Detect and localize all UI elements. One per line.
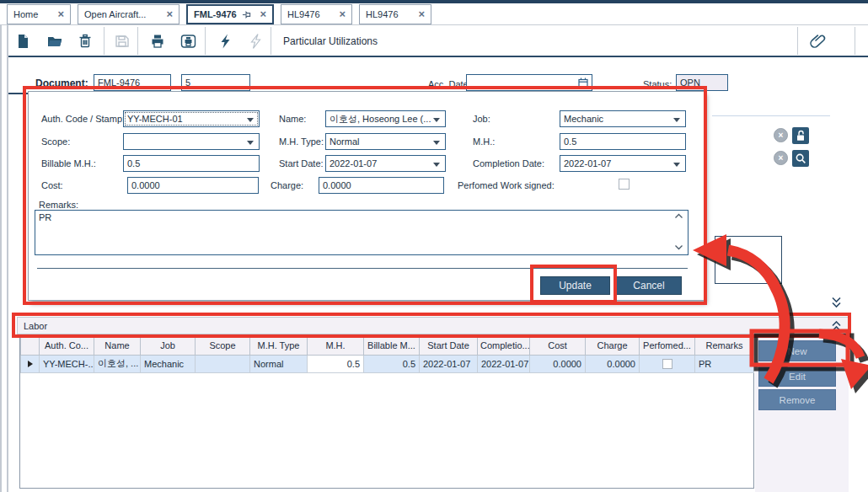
status-label: Status: bbox=[643, 79, 672, 89]
col-billable-mh[interactable]: Billable M... bbox=[364, 337, 420, 355]
scroll-down-icon[interactable] bbox=[674, 244, 683, 250]
unlock-button[interactable] bbox=[792, 127, 809, 144]
cost-input[interactable] bbox=[127, 177, 259, 194]
cell-billable-mh[interactable]: 0.5 bbox=[364, 355, 420, 372]
edit-button[interactable]: Edit bbox=[758, 366, 836, 387]
save-icon bbox=[115, 34, 130, 49]
chevron-down-icon[interactable] bbox=[433, 141, 440, 145]
col-scope[interactable]: Scope bbox=[196, 337, 250, 355]
tab-close-icon[interactable]: × bbox=[339, 9, 346, 19]
start-date-combo[interactable]: 2022-01-07 bbox=[325, 155, 446, 172]
start-date-value: 2022-01-07 bbox=[330, 158, 377, 168]
mh-input[interactable] bbox=[560, 133, 686, 150]
scope-combo[interactable] bbox=[123, 133, 260, 150]
tab-label: HL9476 bbox=[366, 9, 410, 19]
open-button[interactable] bbox=[46, 32, 64, 51]
new-button[interactable]: New bbox=[758, 340, 836, 361]
tab-close-icon[interactable]: × bbox=[418, 9, 425, 19]
col-auth-code[interactable]: Auth. Co... bbox=[40, 337, 94, 355]
attachment-button[interactable] bbox=[809, 32, 828, 51]
magnifier-icon bbox=[794, 152, 807, 165]
tab-fml-9476-5[interactable]: FML-9476-5 × bbox=[186, 4, 274, 24]
cell-start-date[interactable]: 2022-01-07 bbox=[420, 355, 478, 372]
new-document-button[interactable] bbox=[13, 32, 32, 51]
tab-hl9476-2[interactable]: HL9476 × bbox=[359, 4, 431, 24]
cell-performed-signed[interactable] bbox=[640, 355, 695, 372]
tab-hl9476-1[interactable]: HL9476 × bbox=[281, 4, 352, 24]
paperclip-icon bbox=[810, 33, 827, 50]
charge-input[interactable] bbox=[319, 177, 444, 194]
tab-close-icon[interactable]: × bbox=[260, 9, 266, 19]
chevron-down-icon[interactable] bbox=[673, 118, 680, 122]
cell-mh[interactable]: 0.5 bbox=[308, 355, 364, 372]
main-toolbar: Particular Utilizations bbox=[8, 25, 868, 57]
job-combo[interactable]: Mechanic bbox=[560, 110, 686, 127]
tab-home[interactable]: Home × bbox=[7, 4, 71, 24]
acc-date-input[interactable] bbox=[466, 74, 592, 91]
col-start-date[interactable]: Start Date bbox=[420, 337, 478, 355]
col-performed[interactable]: Perfomed... bbox=[640, 337, 695, 355]
save-button[interactable] bbox=[113, 32, 131, 51]
remove-button[interactable]: Remove bbox=[758, 389, 836, 410]
cell-auth-code[interactable]: YY-MECH-... bbox=[40, 355, 94, 372]
mh-type-combo[interactable]: Normal bbox=[325, 133, 446, 150]
labor-grid: Auth. Co... Name Job Scope M.H. Type M.H… bbox=[19, 336, 754, 489]
row-indicator-header bbox=[21, 337, 40, 355]
col-completion-date[interactable]: Completio... bbox=[478, 337, 530, 355]
clear-field-icon[interactable]: × bbox=[774, 128, 788, 142]
collapse-section-icon[interactable] bbox=[830, 321, 843, 332]
chevron-down-icon[interactable] bbox=[433, 163, 440, 167]
cell-cost[interactable]: 0.0000 bbox=[530, 355, 586, 372]
calendar-icon[interactable] bbox=[578, 78, 588, 88]
document-number-input[interactable] bbox=[94, 74, 171, 91]
chevron-down-icon[interactable] bbox=[673, 163, 680, 167]
col-mh[interactable]: M.H. bbox=[308, 337, 364, 355]
cell-charge[interactable]: 0.0000 bbox=[586, 355, 640, 372]
document-seq-input[interactable] bbox=[181, 74, 250, 91]
tab-close-icon[interactable]: × bbox=[166, 9, 173, 19]
update-button[interactable]: Update bbox=[540, 276, 610, 295]
col-mh-type[interactable]: M.H. Type bbox=[250, 337, 308, 355]
cell-completion-date[interactable]: 2022-01-07 bbox=[478, 355, 530, 372]
completion-date-combo[interactable]: 2022-01-07 bbox=[560, 155, 686, 172]
col-cost[interactable]: Cost bbox=[530, 337, 586, 355]
tab-open-aircraft[interactable]: Open Aircraft... × bbox=[78, 4, 179, 24]
clear-field-icon[interactable]: × bbox=[774, 151, 788, 165]
chevron-down-icon[interactable] bbox=[247, 141, 254, 145]
execute-button[interactable] bbox=[216, 32, 234, 51]
print-preview-button[interactable] bbox=[179, 32, 197, 51]
cell-name[interactable]: 이호성, ... bbox=[94, 355, 141, 372]
collapse-panel-icon[interactable] bbox=[830, 297, 843, 308]
remarks-textarea[interactable]: PR bbox=[35, 210, 689, 255]
tab-close-icon[interactable]: × bbox=[57, 9, 64, 19]
left-splitter[interactable] bbox=[0, 24, 8, 492]
col-charge[interactable]: Charge bbox=[586, 337, 640, 355]
bolt-icon bbox=[218, 34, 232, 49]
search-button[interactable] bbox=[792, 150, 809, 167]
row-signed-checkbox[interactable] bbox=[662, 359, 672, 369]
cell-scope[interactable] bbox=[196, 355, 250, 372]
chevron-down-icon[interactable] bbox=[433, 118, 440, 122]
labor-section-header[interactable]: Labor bbox=[17, 317, 849, 334]
row-indicator-cell bbox=[21, 355, 40, 372]
col-job[interactable]: Job bbox=[141, 337, 196, 355]
col-remarks[interactable]: Remarks bbox=[695, 337, 754, 355]
new-document-icon bbox=[15, 34, 30, 49]
print-button[interactable] bbox=[148, 32, 167, 51]
table-row[interactable]: YY-MECH-... 이호성, ... Mechanic Normal 0.5… bbox=[21, 355, 754, 372]
name-combo[interactable]: 이호성, Hoseong Lee (... bbox=[325, 110, 446, 127]
performed-work-signed-checkbox[interactable] bbox=[619, 179, 630, 190]
cell-mh-type[interactable]: Normal bbox=[250, 355, 308, 372]
auth-code-combo[interactable]: YY-MECH-01 bbox=[123, 110, 260, 127]
cell-remarks[interactable]: PR bbox=[695, 355, 754, 372]
chevron-down-icon[interactable] bbox=[247, 118, 254, 122]
col-name[interactable]: Name bbox=[94, 337, 141, 355]
tab-label: Home bbox=[13, 9, 49, 19]
billable-mh-input[interactable] bbox=[123, 155, 260, 172]
cancel-button[interactable]: Cancel bbox=[616, 276, 682, 295]
cell-job[interactable]: Mechanic bbox=[141, 355, 196, 372]
pin-icon[interactable] bbox=[242, 10, 251, 19]
delete-button[interactable] bbox=[76, 32, 94, 51]
toolbar-divider bbox=[855, 27, 855, 55]
scroll-up-icon[interactable] bbox=[674, 213, 683, 219]
